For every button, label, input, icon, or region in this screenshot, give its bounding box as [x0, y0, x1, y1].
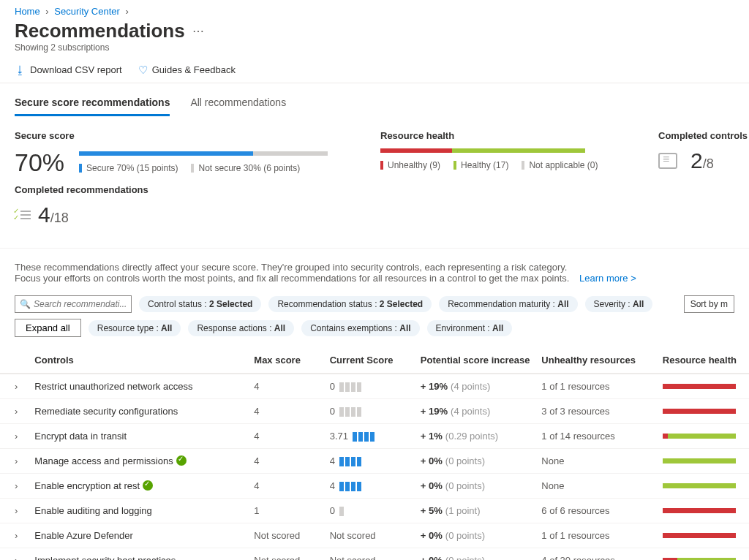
check-circle-icon [176, 455, 187, 466]
resource-health-bar [663, 409, 736, 414]
chevron-right-icon: › [126, 6, 129, 17]
resource-health-bar-unhealthy [380, 148, 452, 153]
tab-secure-score[interactable]: Secure score recommendations [15, 97, 170, 116]
table-row[interactable]: ›Encrypt data in transit43.71+ 1%(0.29 p… [0, 424, 749, 449]
page-title: Recommendations [15, 20, 185, 42]
description-line2: Focus your efforts on controls worth the… [15, 273, 569, 284]
current-score-cell: Not scored [325, 548, 416, 560]
description-line1: These recommendations directly affect yo… [15, 262, 567, 273]
resource-health-cell [658, 499, 749, 523]
filter-recommendation-maturity[interactable]: Recommendation maturity : All [439, 296, 577, 312]
completed-recs-label: Completed recommendations [15, 184, 734, 195]
filter-environment[interactable]: Environment : All [427, 320, 513, 336]
list-icon [658, 153, 677, 169]
control-name: Enable auditing and logging [30, 499, 249, 523]
table-row[interactable]: ›Enable Azure DefenderNot scoredNot scor… [0, 523, 749, 548]
resource-health-bar [663, 458, 736, 463]
table-row[interactable]: ›Manage access and permissions44+ 0%(0 p… [0, 449, 749, 474]
col-controls[interactable]: Controls [30, 347, 249, 374]
col-current-score[interactable]: Current Score [325, 347, 416, 374]
table-row[interactable]: ›Enable encryption at rest44+ 0%(0 point… [0, 474, 749, 499]
current-score-cell: 0 [325, 499, 416, 523]
filter-recommendation-status[interactable]: Recommendation status : 2 Selected [268, 296, 432, 312]
chevron-right-icon: › [45, 6, 48, 17]
current-score-cell: 4 [325, 449, 416, 474]
table-row[interactable]: ›Remediate security configurations40+ 19… [0, 399, 749, 424]
unhealthy-resources-cell: 4 of 20 resources [537, 548, 658, 560]
score-bar-icon [339, 382, 361, 392]
unhealthy-resources-cell: None [537, 449, 658, 474]
potential-increase-cell: + 0%(0 points) [416, 548, 537, 560]
expand-row-icon[interactable]: › [0, 399, 30, 424]
filter-resource-type[interactable]: Resource type : All [89, 320, 181, 336]
col-max-score[interactable]: Max score [249, 347, 325, 374]
unhealthy-resources-cell: None [537, 474, 658, 499]
search-icon: 🔍 [20, 299, 31, 309]
page-subtitle: Showing 2 subscriptions [0, 42, 749, 60]
search-box[interactable]: 🔍 [15, 295, 132, 313]
max-score-cell: 4 [249, 424, 325, 449]
max-score-cell: 1 [249, 499, 325, 523]
control-name: Encrypt data in transit [30, 424, 249, 449]
breadcrumb-security-center[interactable]: Security Center [54, 6, 120, 17]
potential-increase-cell: + 1%(0.29 points) [416, 424, 537, 449]
max-score-cell: 4 [249, 449, 325, 474]
sort-by-dropdown[interactable]: Sort by m [684, 295, 734, 313]
expand-all-button[interactable]: Expand all [15, 319, 81, 337]
current-score-cell: 0 [325, 374, 416, 399]
table-row[interactable]: ›Implement security best practicesNot sc… [0, 548, 749, 560]
current-score-cell: Not scored [325, 523, 416, 548]
more-menu-icon[interactable]: ⋯ [192, 24, 204, 38]
col-health[interactable]: Resource health [658, 347, 749, 374]
filter-severity[interactable]: Severity : All [585, 296, 653, 312]
resource-health-label: Resource health [380, 130, 614, 141]
resource-health-bar [663, 384, 736, 389]
col-potential[interactable]: Potential score increase [416, 347, 537, 374]
resource-health-cell [658, 399, 749, 424]
breadcrumb-home[interactable]: Home [15, 6, 40, 17]
filter-control-status[interactable]: Control status : 2 Selected [139, 296, 261, 312]
max-score-cell: 4 [249, 474, 325, 499]
score-bar-icon [339, 507, 344, 516]
filter-response-actions[interactable]: Response actions : All [188, 320, 294, 336]
expand-row-icon[interactable]: › [0, 374, 30, 399]
resource-health-cell [658, 374, 749, 399]
breadcrumb: Home › Security Center › [0, 0, 749, 20]
legend-healthy: Healthy (17) [453, 160, 508, 170]
current-score-cell: 4 [325, 474, 416, 499]
tabs: Secure score recommendations All recomme… [0, 83, 749, 117]
max-score-cell: Not scored [249, 523, 325, 548]
potential-increase-cell: + 0%(0 points) [416, 474, 537, 499]
download-csv-label: Download CSV report [30, 64, 122, 75]
expand-row-icon[interactable]: › [0, 523, 30, 548]
expand-row-icon[interactable]: › [0, 449, 30, 474]
resource-health-cell [658, 424, 749, 449]
col-unhealthy[interactable]: Unhealthy resources [537, 347, 658, 374]
completed-controls-value: 2/8 [690, 148, 714, 173]
unhealthy-resources-cell: 1 of 1 resources [537, 374, 658, 399]
search-input[interactable] [34, 299, 127, 309]
table-row[interactable]: ›Enable auditing and logging10+ 5%(1 poi… [0, 499, 749, 523]
tab-all-recommendations[interactable]: All recommendations [190, 97, 286, 116]
resource-health-bar [663, 434, 736, 439]
table-row[interactable]: ›Restrict unauthorized network access40+… [0, 374, 749, 399]
learn-more-link[interactable]: Learn more > [579, 273, 636, 284]
resource-health-bar-healthy [452, 148, 585, 153]
download-csv-button[interactable]: ⭳ Download CSV report [15, 64, 122, 75]
filter-exemptions[interactable]: Contains exemptions : All [301, 320, 419, 336]
expand-row-icon[interactable]: › [0, 499, 30, 523]
guides-feedback-label: Guides & Feedback [152, 64, 236, 75]
download-icon: ⭳ [15, 64, 26, 75]
check-circle-icon [143, 480, 153, 491]
current-score-cell: 0 [325, 399, 416, 424]
secure-score-label: Secure score [15, 130, 336, 141]
unhealthy-resources-cell: 3 of 3 resources [537, 399, 658, 424]
description: These recommendations directly affect yo… [0, 248, 749, 294]
score-bar-icon [353, 432, 374, 442]
expand-row-icon[interactable]: › [0, 474, 30, 499]
legend-unhealthy: Unhealthy (9) [380, 160, 440, 170]
expand-row-icon[interactable]: › [0, 424, 30, 449]
expand-row-icon[interactable]: › [0, 548, 30, 560]
guides-feedback-button[interactable]: ♡ Guides & Feedback [138, 64, 236, 75]
secure-score-bar [79, 151, 328, 156]
